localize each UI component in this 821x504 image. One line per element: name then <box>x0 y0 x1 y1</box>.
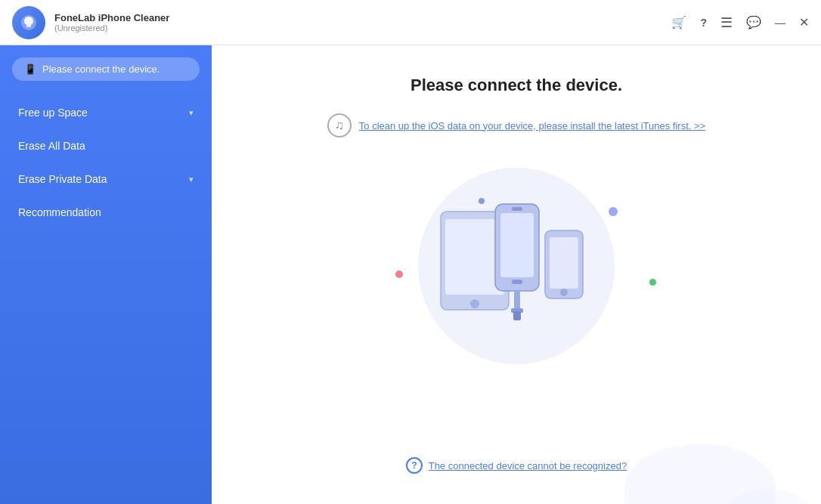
svg-rect-7 <box>512 280 522 284</box>
window-controls: 🛒 ? ☰ 💬 — ✕ <box>671 16 809 29</box>
devices-graphic <box>433 189 599 343</box>
close-icon[interactable]: ✕ <box>799 17 809 29</box>
minimize-icon[interactable]: — <box>775 17 785 28</box>
page-title: Please connect the device. <box>410 76 622 95</box>
main-layout: 📱 Please connect the device. Free up Spa… <box>0 45 821 504</box>
dot-pink <box>395 271 403 278</box>
title-bar: FoneLab iPhone Cleaner (Unregistered) 🛒 … <box>0 0 821 45</box>
svg-rect-12 <box>514 291 520 310</box>
free-up-space-label: Free up Space <box>18 107 88 119</box>
svg-rect-1 <box>26 26 31 27</box>
cart-icon[interactable]: 🛒 <box>671 17 686 29</box>
itunes-link-text[interactable]: To clean up the iOS data on your device,… <box>359 120 705 131</box>
erase-private-data-label: Erase Private Data <box>18 173 107 185</box>
device-illustration <box>358 160 675 372</box>
sidebar-item-erase-all-data[interactable]: Erase All Data <box>0 129 212 162</box>
svg-rect-10 <box>550 237 578 289</box>
sidebar-item-free-up-space[interactable]: Free up Space ▾ <box>0 96 212 129</box>
svg-rect-8 <box>512 207 522 211</box>
dot-blue-large <box>609 207 618 216</box>
svg-point-4 <box>470 299 479 308</box>
itunes-icon: ♫ <box>327 113 352 138</box>
help-icon: ? <box>406 457 423 474</box>
unrecognized-link-text[interactable]: The connected device cannot be recognize… <box>429 460 627 472</box>
phone-icon: 📱 <box>24 63 36 75</box>
unrecognized-device-section: ? The connected device cannot be recogni… <box>406 457 627 481</box>
chevron-down-icon-private: ▾ <box>189 175 194 184</box>
app-logo <box>12 6 45 39</box>
sidebar-item-erase-private-data[interactable]: Erase Private Data ▾ <box>0 162 212 196</box>
chat-icon[interactable]: 💬 <box>746 17 761 29</box>
svg-point-11 <box>560 289 568 296</box>
itunes-notice: ♫ To clean up the iOS data on your devic… <box>327 113 705 138</box>
connect-device-label: Please connect the device. <box>42 63 160 75</box>
sidebar-item-recommendation[interactable]: Recommendation <box>0 196 212 229</box>
erase-all-data-label: Erase All Data <box>18 140 85 152</box>
sidebar: 📱 Please connect the device. Free up Spa… <box>0 45 212 504</box>
menu-icon[interactable]: ☰ <box>720 16 733 29</box>
recommendation-label: Recommendation <box>18 206 101 218</box>
svg-rect-6 <box>500 213 534 277</box>
connect-device-button[interactable]: 📱 Please connect the device. <box>12 57 200 81</box>
app-subtitle: (Unregistered) <box>54 23 169 32</box>
svg-rect-14 <box>513 311 521 320</box>
app-title-group: FoneLab iPhone Cleaner (Unregistered) <box>54 12 169 32</box>
chevron-down-icon: ▾ <box>189 108 194 118</box>
content-area: Please connect the device. ♫ To clean up… <box>212 45 821 504</box>
app-name: FoneLab iPhone Cleaner <box>54 12 169 23</box>
dot-green <box>649 279 656 286</box>
question-icon[interactable]: ? <box>700 17 707 28</box>
